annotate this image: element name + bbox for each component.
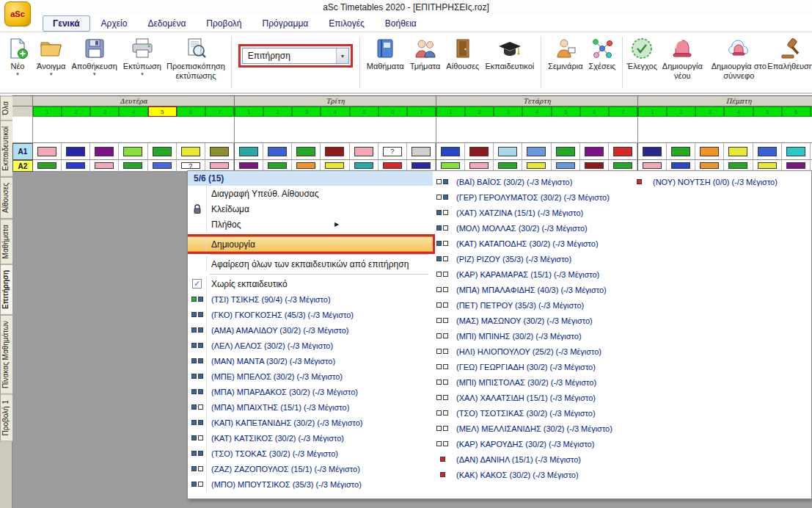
timetable-cell[interactable] [235, 143, 263, 160]
sidebar-tab-1[interactable]: Εκπαιδευτικοί [0, 120, 12, 177]
toolbar-button-print-preview[interactable]: Προεπισκόπηση εκτύπωσης [164, 34, 227, 82]
timetable-cell[interactable]: ? [378, 143, 407, 160]
period-cell[interactable]: 6 [378, 106, 407, 117]
period-cell[interactable]: 1 [33, 106, 62, 117]
dropdown-caret-icon[interactable]: ▼ [15, 72, 20, 76]
timetable-cell[interactable] [177, 143, 205, 160]
teacher-item[interactable]: (ΜΑΝ) ΜΑΝΤΑ (30/2) (-/3 Μέγιστο) [188, 353, 433, 369]
timetable-cell[interactable] [407, 143, 436, 160]
timetable-cell[interactable] [695, 143, 724, 160]
teacher-item[interactable]: (ΚΑΠ) ΚΑΠΕΤΑΝΙΔΗΣ (30/2) (-/3 Μέγιστο) [188, 415, 433, 430]
row-label-A1[interactable]: A1 [12, 143, 33, 160]
teacher-item[interactable]: (ΧΑΤ) ΧΑΤΖΙΝΑ (15/1) (-/3 Μέγιστο) [433, 205, 629, 220]
sidebar-tab-3[interactable]: Μαθήματα [0, 219, 12, 264]
timetable-cell[interactable] [119, 160, 147, 172]
timetable-cell[interactable] [494, 143, 522, 160]
teacher-item[interactable]: (ΜΕΛ) ΜΕΛΛΙΣΑΝΙΔΗΣ (30/2) (-/3 Μέγιστο) [433, 421, 629, 436]
menu-item-2[interactable]: Δεδομένα [138, 16, 195, 31]
timetable-cell[interactable] [580, 143, 609, 160]
teacher-item[interactable]: (ΒΑΪ) ΒΑΪΟΣ (30/2) (-/3 Μέγιστο) [433, 174, 629, 189]
period-cell[interactable]: 4 [724, 106, 753, 117]
period-cell[interactable]: 3 [695, 106, 724, 117]
period-cell[interactable]: 7 [407, 106, 436, 117]
sidebar-tab-6[interactable]: Προβολή 1 [0, 394, 12, 442]
period-cell[interactable]: 2 [667, 106, 695, 117]
context-menu-item-lock[interactable]: Κλείδωμα [188, 201, 433, 217]
toolbar-button-save[interactable]: Αποθήκευση▼ [68, 34, 120, 79]
context-menu-item-no-teacher[interactable]: ✓Χωρίς εκπαιδευτικό [188, 276, 433, 291]
period-cell[interactable]: 1 [235, 106, 263, 117]
timetable-cell[interactable] [205, 143, 234, 160]
row-label-A2[interactable]: A2 [12, 160, 33, 172]
teacher-item[interactable]: (ΛΕΛ) ΛΕΛΟΣ (30/2) (-/3 Μέγιστο) [188, 338, 433, 353]
teacher-item[interactable]: (ΜΠΑ) ΜΠΑΙΧΤΗΣ (15/1) (-/3 Μέγιστο) [188, 399, 433, 415]
context-menu-item-remove-all-teachers-from-supervision[interactable]: Αφαίρεση όλων των εκπαιδευτικών από επιτ… [188, 256, 433, 272]
teacher-item[interactable]: (ΚΑΡ) ΚΑΡΑΜΑΡΑΣ (15/1) (-/3 Μέγιστο) [433, 266, 629, 282]
sidebar-tab-0[interactable]: Όλα [0, 95, 12, 120]
toolbar-button-print[interactable]: Εκτύπωση▼ [120, 34, 164, 79]
menu-item-5[interactable]: Επιλογές [319, 16, 374, 31]
teacher-item[interactable]: (ΤΣΙ) ΤΣΙΚΗΣ (90/4) (-/3 Μέγιστο) [188, 291, 433, 307]
teacher-item[interactable]: (ΝΟΥ) ΝΟΥΤΣΗ (0/0) (-/3 Μέγιστο) [629, 174, 811, 189]
empty-row-cell[interactable] [33, 117, 235, 143]
timetable-cell[interactable] [33, 143, 62, 160]
period-cell[interactable]: 5 [350, 106, 378, 117]
timetable-cell[interactable] [782, 143, 811, 160]
period-cell-selected[interactable]: 5 [148, 106, 177, 117]
teacher-item[interactable]: (ΜΠΑ) ΜΠΑΡΔΑΚΟΣ (30/2) (-/3 Μέγιστο) [188, 384, 433, 399]
period-cell[interactable]: 4 [119, 106, 147, 117]
period-cell[interactable]: 6 [782, 106, 811, 117]
timetable-cell[interactable] [90, 160, 119, 172]
toolbar-button-relations[interactable]: Σχέσεις [586, 34, 619, 73]
teacher-item[interactable]: (ΖΑΖ) ΖΑΖΟΠΟΥΛΟΣ (15/1) (-/3 Μέγιστο) [188, 461, 433, 476]
teacher-item[interactable]: (ΚΑΚ) ΚΑΚΟΣ (30/2) (-/3 Μέγιστο) [433, 467, 629, 482]
toolbar-button-teachers[interactable]: Εκπαιδευτικοί [482, 34, 537, 73]
context-menu-item-delete-room-supervisor[interactable]: Διαγραφή Υπεύθ. Αίθουσας [188, 186, 433, 201]
empty-row-cell[interactable] [235, 117, 436, 143]
period-cell[interactable]: 2 [263, 106, 292, 117]
period-cell[interactable]: 4 [321, 106, 349, 117]
timetable-cell[interactable] [148, 143, 177, 160]
period-cell[interactable]: 2 [62, 106, 90, 117]
teacher-item[interactable]: (ΓΚΟ) ΓΚΟΓΚΟΣΗΣ (45/3) (-/3 Μέγιστο) [188, 307, 433, 322]
teacher-item[interactable]: (ΤΣΟ) ΤΣΟΚΑΣ (30/2) (-/3 Μέγιστο) [188, 446, 433, 461]
toolbar-button-generate[interactable]: Δημιουργία νέου [657, 34, 707, 82]
teacher-item[interactable]: (ΚΑΤ) ΚΑΤΑΠΟΔΗΣ (30/2) (-/3 Μέγιστο) [433, 236, 629, 251]
teacher-item[interactable]: (ΜΑΣ) ΜΑΣΩΝΟΥ (30/2) (-/3 Μέγιστο) [433, 313, 629, 328]
toolbar-button-classrooms[interactable]: Αίθουσες [443, 34, 482, 73]
toolbar-button-classes[interactable]: Τμήματα [407, 34, 444, 73]
timetable-cell[interactable] [552, 143, 580, 160]
toolbar-button-lessons[interactable]: Μαθήματα [364, 34, 407, 73]
period-cell[interactable]: 2 [465, 106, 494, 117]
teacher-item[interactable]: (ΜΠΕ) ΜΠΕΛΟΣ (30/2) (-/3 Μέγιστο) [188, 369, 433, 384]
teacher-item[interactable]: (ΤΣΟ) ΤΣΟΤΣΙΚΑΣ (30/2) (-/3 Μέγιστο) [433, 405, 629, 421]
menu-item-3[interactable]: Προβολή [197, 16, 251, 31]
timetable-cell[interactable] [638, 143, 667, 160]
toolbar-button-open-folder[interactable]: Άνοιγμα▼ [34, 34, 68, 79]
view-mode-dropdown[interactable]: Επιτήρηση▼ [242, 48, 349, 64]
teacher-item[interactable]: (ΔΑΝ) ΔΑΝΙΗΛ (15/1) (-/3 Μέγιστο) [433, 451, 629, 467]
menu-item-6[interactable]: Βοήθεια [376, 16, 426, 31]
teacher-item[interactable]: (ΜΠΟ) ΜΠΟΥΤΣΙΚΟΣ (35/3) (-/3 Μέγιστο) [188, 476, 433, 492]
teacher-item[interactable]: (ΜΠΑ) ΜΠΑΛΑΦΙΔΗΣ (40/3) (-/3 Μέγιστο) [433, 282, 629, 297]
dropdown-caret-icon[interactable]: ▼ [140, 72, 145, 76]
sidebar-tab-2[interactable]: Αίθουσες [0, 177, 12, 219]
sidebar-tab-5[interactable]: Πίνακας Μαθημάτων [0, 315, 12, 394]
timetable-cell[interactable] [522, 143, 551, 160]
toolbar-button-verify[interactable]: Επαλήθευση [770, 34, 811, 73]
empty-row-cell[interactable] [436, 117, 638, 143]
teacher-item[interactable]: (ΓΕΡ) ΓΕΡΟΛΥΜΑΤΟΣ (30/2) (-/3 Μέγιστο) [433, 189, 629, 205]
timetable-cell[interactable] [753, 143, 782, 160]
teacher-item[interactable]: (ΡΙΖ) ΡΙΖΟΥ (35/3) (-/3 Μέγιστο) [433, 251, 629, 266]
menu-item-0[interactable]: Γενικά [43, 15, 90, 32]
timetable-cell[interactable] [62, 160, 90, 172]
dropdown-caret-icon[interactable]: ▼ [92, 72, 97, 76]
period-cell[interactable]: 7 [609, 106, 637, 117]
period-cell[interactable]: 4 [522, 106, 551, 117]
period-cell[interactable]: 5 [753, 106, 782, 117]
timetable-cell[interactable] [321, 143, 349, 160]
timetable-cell[interactable] [350, 143, 378, 160]
empty-row-cell[interactable] [638, 117, 812, 143]
timetable-cell[interactable] [724, 143, 753, 160]
menu-item-4[interactable]: Πρόγραμμα [253, 16, 318, 31]
